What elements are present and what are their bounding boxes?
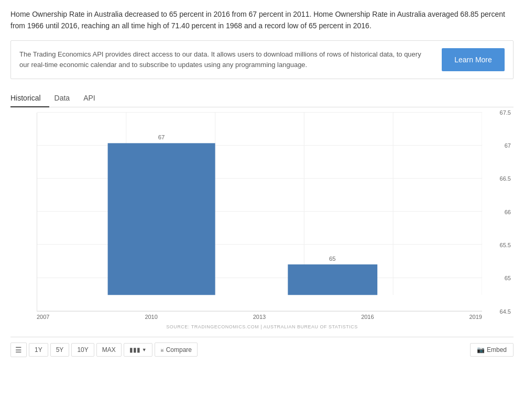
max-button[interactable]: MAX — [96, 343, 122, 357]
x-label-2019: 2019 — [470, 314, 482, 320]
bar-2016-label: 65 — [329, 256, 336, 262]
api-banner-text: The Trading Economics API provides direc… — [19, 49, 431, 70]
x-axis: 2007 2010 2013 2016 2019 — [37, 312, 482, 322]
x-label-2013: 2013 — [253, 314, 266, 320]
chart-svg: 67 65 — [37, 113, 482, 311]
embed-label: Embed — [487, 346, 507, 353]
main-container: Home Ownership Rate in Australia decreas… — [0, 0, 524, 371]
chart-type-dropdown-icon: ▼ — [142, 347, 147, 352]
10y-button[interactable]: 10Y — [71, 343, 94, 357]
chart-body: 67 65 — [37, 113, 482, 312]
y-label-655: 65.5 — [500, 242, 511, 248]
learn-more-button[interactable]: Learn More — [442, 48, 505, 71]
y-axis-left — [10, 113, 37, 312]
y-label-645: 64.5 — [500, 308, 511, 315]
x-label-2016: 2016 — [361, 314, 374, 320]
bar-2010-label: 67 — [158, 134, 165, 140]
chart-type-icon: ▮▮▮ — [129, 346, 140, 353]
tabs-container: Historical Data API — [10, 90, 514, 107]
tab-api[interactable]: API — [83, 90, 104, 107]
5y-button[interactable]: 5Y — [50, 343, 70, 357]
y-axis-right: 67.5 67 66.5 66 65.5 65 64.5 — [482, 113, 514, 312]
chart-source: SOURCE: TRADINGECONOMICS.COM | AUSTRALIA… — [10, 324, 514, 329]
embed-icon: 📷 — [477, 346, 485, 353]
y-label-66: 66 — [505, 209, 511, 215]
y-label-67: 67 — [505, 142, 511, 149]
y-label-665: 66.5 — [500, 175, 511, 182]
compare-icon: ⨲ — [160, 346, 164, 353]
x-label-2007: 2007 — [37, 314, 49, 320]
y-label-65: 65 — [505, 275, 511, 281]
chart-inner: 67 65 67.5 67 66.5 66 65.5 65 64.5 — [10, 113, 514, 312]
chart-area: 67 65 67.5 67 66.5 66 65.5 65 64.5 — [10, 113, 514, 333]
bar-2016 — [288, 264, 377, 295]
compare-button[interactable]: ⨲ Compare — [155, 342, 198, 357]
tab-data[interactable]: Data — [54, 90, 79, 107]
toolbar: ☰ 1Y 5Y 10Y MAX ▮▮▮ ▼ ⨲ Compare 📷 Embed — [10, 337, 514, 362]
y-label-675: 67.5 — [500, 109, 511, 116]
tab-historical[interactable]: Historical — [10, 90, 49, 107]
menu-icon-button[interactable]: ☰ — [10, 342, 27, 357]
x-label-2010: 2010 — [145, 314, 157, 320]
compare-label: Compare — [166, 346, 192, 353]
chart-type-button[interactable]: ▮▮▮ ▼ — [124, 343, 152, 357]
embed-button[interactable]: 📷 Embed — [470, 343, 514, 357]
description-text: Home Ownership Rate in Australia decreas… — [10, 8, 514, 32]
api-banner: The Trading Economics API provides direc… — [10, 40, 514, 79]
bar-2010 — [108, 143, 215, 295]
1y-button[interactable]: 1Y — [29, 343, 48, 357]
